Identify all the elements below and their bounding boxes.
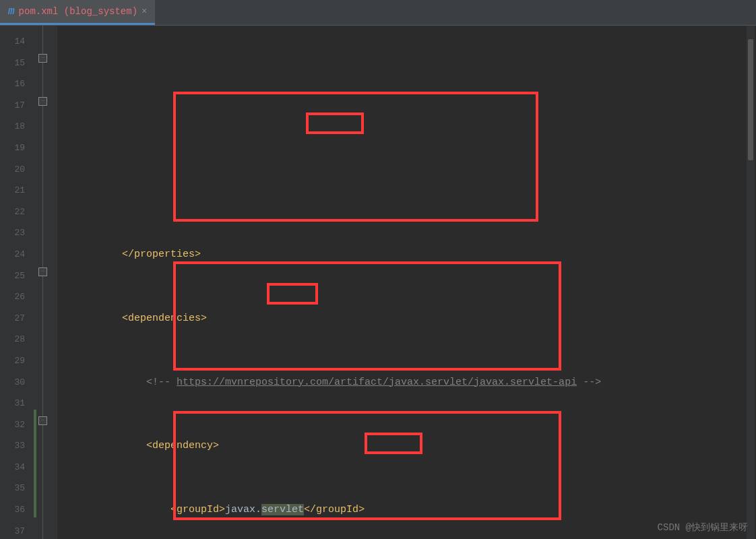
- line-number: 21: [0, 180, 25, 201]
- close-icon[interactable]: ×: [141, 6, 147, 17]
- line-number: 17: [0, 95, 25, 117]
- line-number: 36: [0, 499, 25, 521]
- fold-toggle[interactable]: −: [38, 97, 47, 106]
- line-number-gutter: 14 15 16 17 18 19 20 21 22 23 24 25 26 2…: [0, 26, 37, 539]
- line-number: 19: [0, 137, 25, 159]
- line-number: 35: [0, 478, 25, 499]
- code-line: </properties>: [57, 244, 756, 265]
- line-number: 28: [0, 329, 25, 350]
- line-number: 29: [0, 350, 25, 372]
- line-number: 16: [0, 73, 25, 95]
- scrollbar-thumb[interactable]: [748, 39, 753, 160]
- line-number: 15: [0, 53, 25, 74]
- annotation-box-mysql-word: [267, 283, 318, 305]
- line-number: 37: [0, 521, 25, 539]
- code-line: <!-- https://mvnrepository.com/artifact/…: [57, 372, 756, 393]
- vcs-change-marker: [34, 410, 36, 517]
- fold-toggle[interactable]: −: [38, 416, 47, 425]
- line-number: 30: [0, 372, 25, 393]
- annotation-box-servlet-word: [306, 113, 364, 134]
- line-number: 32: [0, 414, 25, 436]
- code-line: <groupId>javax.servlet</groupId>: [57, 499, 756, 521]
- editor-tabs: m pom.xml (blog_system) ×: [0, 0, 756, 26]
- line-number: 33: [0, 435, 25, 457]
- line-number: 27: [0, 308, 25, 329]
- line-number: 31: [0, 393, 25, 414]
- line-number: 24: [0, 244, 25, 265]
- line-number: 20: [0, 159, 25, 181]
- annotation-box-servlet: [173, 92, 538, 222]
- fold-toggle[interactable]: −: [38, 267, 47, 276]
- line-number: 22: [0, 201, 25, 223]
- fold-toggle[interactable]: −: [38, 54, 47, 63]
- line-number: 14: [0, 31, 25, 53]
- code-content[interactable]: </properties> <dependencies> <!-- https:…: [57, 26, 756, 539]
- code-line: <dependencies>: [57, 308, 756, 329]
- vertical-scrollbar[interactable]: [747, 26, 755, 539]
- maven-icon: m: [8, 5, 15, 18]
- fold-column: − − − −: [37, 26, 57, 539]
- line-number: 23: [0, 222, 25, 244]
- tab-pom-xml[interactable]: m pom.xml (blog_system) ×: [0, 0, 155, 25]
- code-editor[interactable]: 14 15 16 17 18 19 20 21 22 23 24 25 26 2…: [0, 26, 756, 539]
- line-number: 18: [0, 116, 25, 137]
- line-number: 25: [0, 265, 25, 287]
- tab-filename: pom.xml (blog_system): [19, 6, 137, 17]
- watermark-text: CSDN @快到锅里来呀: [658, 521, 748, 534]
- line-number: 26: [0, 286, 25, 308]
- code-line: <dependency>: [57, 435, 756, 457]
- line-number: 34: [0, 457, 25, 478]
